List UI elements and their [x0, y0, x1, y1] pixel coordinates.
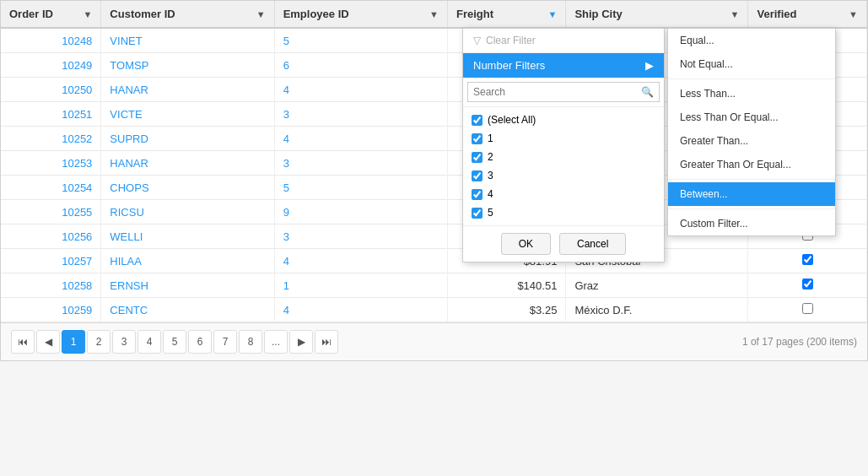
freight-filter-dropdown: ▽ Clear Filter Number Filters ▶ 🔍 (Selec… — [462, 28, 665, 262]
submenu-less-than[interactable]: Less Than... — [668, 82, 835, 105]
filter-icon-verified[interactable]: ▼ — [849, 9, 858, 19]
header-ship-city[interactable]: Ship City ▼ — [566, 1, 748, 28]
filter-icon-freight[interactable]: ▼ — [548, 9, 558, 19]
cell-order-id: 10257 — [1, 249, 101, 273]
filter-item-2[interactable]: 2 — [463, 148, 664, 166]
cell-order-id: 10250 — [1, 78, 101, 102]
header-freight[interactable]: Freight ▼ — [447, 1, 565, 28]
checkbox-4[interactable] — [472, 189, 483, 200]
filter-item-1[interactable]: 1 — [463, 129, 664, 148]
clear-filter-option[interactable]: ▽ Clear Filter — [463, 29, 664, 53]
ok-button[interactable]: OK — [501, 233, 551, 255]
filter-search-input[interactable] — [467, 82, 660, 102]
cell-order-id: 10252 — [1, 127, 101, 151]
cursor-pointer-icon: ☛ — [746, 205, 757, 221]
submenu-divider-2 — [668, 179, 835, 180]
number-filters-option[interactable]: Number Filters ▶ — [463, 53, 664, 78]
cell-freight: $3.25 — [447, 298, 565, 322]
table-row: 10258ERNSH1$140.51Graz — [1, 273, 867, 298]
cell-employee-id: 5 — [274, 28, 447, 53]
pager-page-7[interactable]: 7 — [213, 330, 237, 354]
filter-item-3[interactable]: 3 — [463, 166, 664, 185]
filter-action-buttons: OK Cancel — [463, 225, 664, 262]
submenu-less-than-equal[interactable]: Less Than Or Equal... — [668, 105, 835, 129]
cancel-button[interactable]: Cancel — [559, 233, 626, 255]
pager-page-8[interactable]: 8 — [239, 330, 262, 354]
cell-order-id: 10254 — [1, 176, 101, 200]
cell-order-id: 10253 — [1, 151, 101, 176]
filter-search-container: 🔍 — [463, 78, 664, 107]
cell-ship-city: Graz — [566, 273, 748, 298]
pager-first[interactable]: ⏮ — [11, 330, 35, 354]
pager-next[interactable]: ▶ — [289, 330, 313, 354]
pager-prev[interactable]: ◀ — [36, 330, 60, 354]
verified-checkbox[interactable] — [802, 279, 813, 289]
cell-verified — [748, 249, 867, 273]
cell-customer-id: SUPRD — [101, 127, 274, 151]
cell-customer-id: ERNSH — [101, 273, 274, 298]
filter-icon-employee-id[interactable]: ▼ — [429, 9, 439, 19]
pager-page-3[interactable]: 3 — [112, 330, 136, 354]
header-customer-id[interactable]: Customer ID ▼ — [101, 1, 274, 28]
filter-icon-ship-city[interactable]: ▼ — [731, 9, 740, 19]
verified-checkbox[interactable] — [802, 303, 813, 314]
cell-order-id: 10248 — [1, 28, 101, 53]
checkbox-2[interactable] — [472, 152, 483, 163]
pager-page-1[interactable]: 1 — [62, 330, 85, 354]
pager-page-4[interactable]: 4 — [137, 330, 161, 354]
search-icon: 🔍 — [641, 86, 654, 98]
pager: ⏮ ◀ 1 2 3 4 5 6 7 8 ... ▶ ⏭ 1 of 17 page… — [1, 322, 867, 360]
cell-freight: $140.51 — [447, 273, 565, 298]
filter-icon-order-id[interactable]: ▼ — [83, 9, 92, 19]
pager-page-2[interactable]: 2 — [87, 330, 111, 354]
cell-verified — [748, 273, 867, 298]
header-row: Order ID ▼ Customer ID ▼ Employee ID ▼ — [1, 1, 867, 28]
data-grid: Order ID ▼ Customer ID ▼ Employee ID ▼ — [0, 0, 868, 361]
filter-item-5[interactable]: 5 — [463, 203, 664, 222]
cell-customer-id: WELLI — [101, 224, 274, 249]
cell-employee-id: 4 — [274, 249, 447, 273]
cell-employee-id: 3 — [274, 151, 447, 176]
cell-employee-id: 4 — [274, 78, 447, 102]
cell-employee-id: 5 — [274, 176, 447, 200]
pager-page-5[interactable]: 5 — [163, 330, 186, 354]
checkbox-1[interactable] — [472, 133, 483, 144]
verified-checkbox[interactable] — [802, 254, 813, 265]
header-order-id[interactable]: Order ID ▼ — [1, 1, 101, 28]
submenu-greater-than[interactable]: Greater Than... — [668, 129, 835, 153]
cell-customer-id: HANAR — [101, 151, 274, 176]
select-all-checkbox[interactable] — [472, 115, 483, 126]
select-all-item[interactable]: (Select All) — [463, 111, 664, 129]
cell-employee-id: 3 — [274, 102, 447, 127]
cell-employee-id: 1 — [274, 273, 447, 298]
header-verified[interactable]: Verified ▼ — [748, 1, 867, 28]
cell-verified — [748, 298, 867, 322]
cell-customer-id: HANAR — [101, 78, 274, 102]
filter-item-4[interactable]: 4 — [463, 185, 664, 203]
cell-order-id: 10251 — [1, 102, 101, 127]
cell-customer-id: TOMSP — [101, 53, 274, 78]
cell-order-id: 10249 — [1, 53, 101, 78]
cell-employee-id: 6 — [274, 53, 447, 78]
header-employee-id[interactable]: Employee ID ▼ — [274, 1, 447, 28]
checkbox-3[interactable] — [472, 170, 483, 181]
checkbox-5[interactable] — [472, 208, 483, 219]
pager-page-6[interactable]: 6 — [188, 330, 212, 354]
arrow-right-icon: ▶ — [645, 59, 654, 72]
cell-customer-id: VICTE — [101, 102, 274, 127]
pager-last[interactable]: ⏭ — [315, 330, 338, 354]
submenu-greater-than-equal[interactable]: Greater Than Or Equal... — [668, 153, 835, 176]
cell-ship-city: México D.F. — [566, 298, 748, 322]
submenu-divider-1 — [668, 78, 835, 79]
submenu-equal[interactable]: Equal... — [668, 29, 835, 52]
cell-employee-id: 4 — [274, 298, 447, 322]
submenu-between[interactable]: Between... ☛ — [668, 182, 835, 206]
cell-customer-id: RICSU — [101, 200, 274, 224]
cell-customer-id: VINET — [101, 28, 274, 53]
filter-icon-customer-id[interactable]: ▼ — [256, 9, 266, 19]
cell-order-id: 10259 — [1, 298, 101, 322]
submenu-not-equal[interactable]: Not Equal... — [668, 52, 835, 76]
pager-buttons: ⏮ ◀ 1 2 3 4 5 6 7 8 ... ▶ ⏭ — [11, 330, 338, 354]
pager-info: 1 of 17 pages (200 items) — [742, 336, 857, 348]
pager-ellipsis[interactable]: ... — [264, 330, 288, 354]
